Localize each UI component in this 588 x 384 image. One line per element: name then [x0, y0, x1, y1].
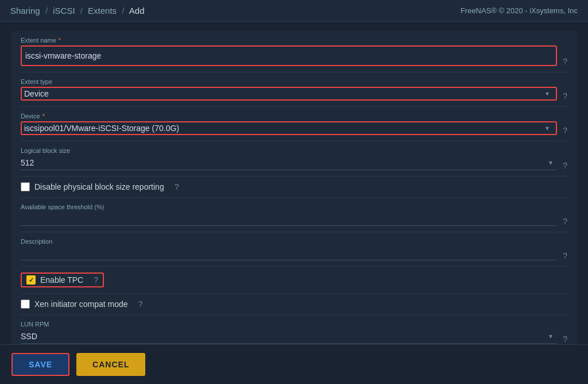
device-select[interactable]: iscsipool01/VMware-iSCSI-Storage (70.0G) [24, 124, 546, 133]
logical-block-group: Logical block size 512 1024 2048 4096 ▾ … [21, 147, 567, 170]
available-space-group: Available space threshold (%) ? [21, 203, 567, 226]
logical-block-dropdown-icon: ▾ [549, 159, 552, 167]
extent-name-help-icon[interactable]: ? [563, 57, 567, 66]
xen-compat-label: Xen initiator compat mode [34, 299, 128, 309]
sep-3 [21, 141, 567, 141]
sep-9 [21, 314, 567, 315]
available-space-input[interactable] [21, 212, 557, 226]
logical-block-row: 512 1024 2048 4096 ▾ ? [21, 156, 567, 170]
description-help-icon[interactable]: ? [563, 251, 567, 260]
breadcrumb-iscsi[interactable]: iSCSI [53, 6, 75, 16]
disable-physical-checkbox[interactable] [21, 182, 30, 191]
lun-rpm-select[interactable]: SSD 5400 7200 10000 15000 [21, 329, 549, 343]
sep-6 [21, 232, 567, 232]
description-label: Description [21, 238, 557, 245]
enable-tpc-label: Enable TPC [40, 275, 83, 285]
form-scroll-area: Extent name * ? Extent type [0, 22, 588, 344]
save-button[interactable]: SAVE [11, 353, 69, 376]
enable-tpc-row: ✓ Enable TPC ? [21, 272, 567, 287]
lun-rpm-label: LUN RPM [21, 321, 567, 328]
xen-compat-row: Xen initiator compat mode ? [21, 299, 567, 309]
available-space-label: Available space threshold (%) [21, 203, 557, 210]
extent-type-help-icon[interactable]: ? [563, 91, 567, 101]
xen-compat-checkbox[interactable] [21, 299, 30, 309]
cancel-button[interactable]: CANCEL [76, 353, 145, 376]
available-space-row: Available space threshold (%) ? [21, 203, 567, 226]
extent-name-label: Extent name * [21, 37, 567, 44]
breadcrumb-extents[interactable]: Extents [88, 6, 117, 16]
extent-name-input[interactable] [25, 49, 552, 63]
device-dropdown-icon: ▾ [546, 124, 549, 132]
available-space-help-icon[interactable]: ? [563, 217, 567, 226]
device-group: Device * iscsipool01/VMware-iSCSI-Storag… [21, 113, 567, 135]
extent-type-select[interactable]: Device File [24, 89, 546, 98]
breadcrumb-sep-2: / [80, 6, 83, 16]
sep-7 [21, 266, 567, 267]
sep-5 [21, 197, 567, 198]
device-help-icon[interactable]: ? [563, 126, 567, 135]
extent-name-group: Extent name * ? [21, 37, 567, 66]
disable-physical-label: Disable physical block size reporting [34, 182, 164, 191]
description-group: Description ? [21, 238, 567, 260]
lun-rpm-group: LUN RPM SSD 5400 7200 10000 15000 ▾ ? [21, 321, 567, 344]
xen-compat-help-icon[interactable]: ? [138, 299, 143, 309]
enable-tpc-checkbox[interactable]: ✓ [26, 275, 36, 285]
required-star: * [59, 37, 61, 44]
description-row: Description ? [21, 238, 567, 260]
disable-physical-row: Disable physical block size reporting ? [21, 182, 567, 191]
device-required-star: * [42, 113, 45, 120]
form-card: Extent name * ? Extent type [11, 31, 577, 344]
logical-block-select[interactable]: 512 1024 2048 4096 [21, 156, 549, 170]
description-input[interactable] [21, 246, 557, 260]
breadcrumb-sep-3: / [122, 6, 124, 16]
sep-8 [21, 293, 567, 294]
header-bar: Sharing / iSCSI / Extents / Add FreeNAS®… [0, 0, 588, 22]
sep-2 [21, 106, 567, 107]
breadcrumb-add: Add [129, 6, 145, 16]
sep-4 [21, 176, 567, 176]
lun-rpm-dropdown-icon: ▾ [549, 332, 552, 340]
device-row: iscsipool01/VMware-iSCSI-Storage (70.0G)… [21, 121, 567, 135]
button-row: SAVE CANCEL [0, 344, 588, 384]
logical-block-help-icon[interactable]: ? [563, 161, 567, 170]
enable-tpc-outlined: ✓ Enable TPC ? [21, 272, 104, 287]
extent-name-row: ? [21, 45, 567, 66]
breadcrumb-sep-1: / [45, 6, 48, 16]
device-label: Device * [21, 113, 567, 120]
logical-block-label: Logical block size [21, 147, 567, 154]
extent-type-label: Extent type [21, 78, 567, 85]
breadcrumb-sharing[interactable]: Sharing [10, 6, 40, 16]
disable-physical-help-icon[interactable]: ? [175, 182, 179, 191]
extent-type-dropdown-icon: ▾ [546, 90, 549, 98]
extent-type-group: Extent type Device File ▾ ? [21, 78, 567, 101]
enable-tpc-help-icon[interactable]: ? [94, 275, 98, 285]
extent-type-row: Device File ▾ ? [21, 87, 567, 101]
main-wrapper: Sharing / iSCSI / Extents / Add FreeNAS®… [0, 0, 588, 384]
sep-1 [21, 72, 567, 72]
breadcrumb: Sharing / iSCSI / Extents / Add [10, 6, 145, 16]
lun-rpm-row: SSD 5400 7200 10000 15000 ▾ ? [21, 329, 567, 344]
lun-rpm-help-icon[interactable]: ? [563, 335, 567, 344]
brand-label: FreeNAS® © 2020 - iXsystems, Inc [461, 6, 578, 15]
